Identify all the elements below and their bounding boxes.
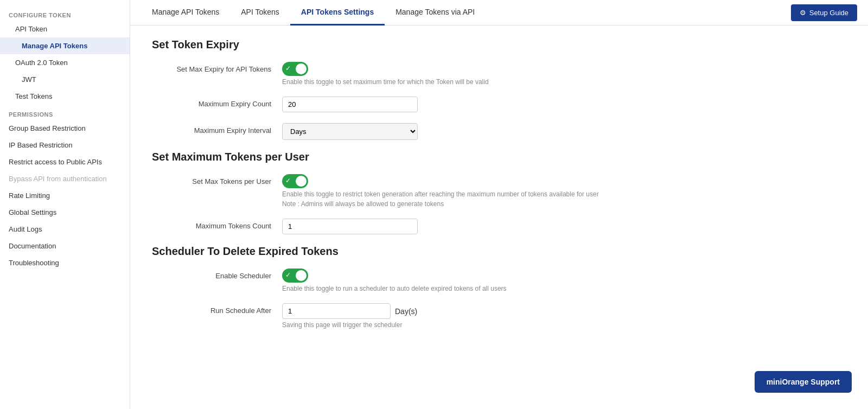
- tokens-count-row: Maximum Tokens Count: [152, 219, 846, 234]
- set-max-hint1: Enable this toggle to restrict token gen…: [282, 190, 846, 198]
- expiry-count-label: Maximum Expiry Count: [152, 97, 282, 108]
- tab-manage-api-tokens[interactable]: Manage API Tokens: [141, 0, 230, 25]
- set-max-toggle[interactable]: ✓: [282, 174, 308, 188]
- set-max-hint2: Note : Admins will always be allowed to …: [282, 200, 846, 208]
- expiry-interval-control: Days Hours Minutes: [282, 123, 846, 140]
- enable-scheduler-toggle-wrap: ✓: [282, 269, 846, 283]
- support-button[interactable]: miniOrange Support: [755, 371, 852, 393]
- run-schedule-label: Run Schedule After: [152, 303, 282, 315]
- main-area: Manage API Tokens API Tokens API Tokens …: [130, 0, 868, 409]
- expiry-count-row: Maximum Expiry Count: [152, 97, 846, 112]
- enable-scheduler-row: Enable Scheduler ✓ Enable this toggle to…: [152, 269, 846, 292]
- toggle-check-icon: ✓: [285, 271, 291, 279]
- run-schedule-hint: Saving this page will trigger the schedu…: [282, 321, 846, 329]
- enable-scheduler-toggle[interactable]: ✓: [282, 269, 308, 283]
- setup-guide-button[interactable]: ⚙ Setup Guide: [791, 4, 857, 21]
- sidebar-item-audit-logs[interactable]: Audit Logs: [0, 221, 130, 238]
- sidebar: CONFIGURE TOKEN API Token Manage API Tok…: [0, 0, 130, 409]
- max-expiry-control: ✓ Enable this toggle to set maximum time…: [282, 62, 846, 86]
- enable-scheduler-control: ✓ Enable this toggle to run a scheduler …: [282, 269, 846, 292]
- sidebar-item-troubleshooting[interactable]: Troubleshooting: [0, 254, 130, 271]
- token-expiry-title: Set Token Expiry: [152, 39, 846, 51]
- sidebar-item-api-token[interactable]: API Token: [0, 21, 130, 37]
- tokens-count-label: Maximum Tokens Count: [152, 219, 282, 230]
- expiry-interval-row: Maximum Expiry Interval Days Hours Minut…: [152, 123, 846, 140]
- set-max-label: Set Max Tokens per User: [152, 174, 282, 186]
- toggle-check-icon: ✓: [285, 177, 291, 184]
- max-expiry-toggle-row: Set Max Expiry for API Tokens ✓ Enable t…: [152, 62, 846, 86]
- configure-token-label: CONFIGURE TOKEN: [0, 5, 130, 21]
- toggle-check-icon: ✓: [285, 65, 291, 72]
- scheduler-title: Scheduler To Delete Expired Tokens: [152, 245, 846, 258]
- max-expiry-hint: Enable this toggle to set maximum time f…: [282, 78, 846, 86]
- tokens-count-input[interactable]: [282, 219, 418, 234]
- max-tokens-title: Set Maximum Tokens per User: [152, 151, 846, 163]
- expiry-count-control: [282, 97, 846, 112]
- run-schedule-input[interactable]: [282, 303, 391, 319]
- run-schedule-control: Day(s) Saving this page will trigger the…: [282, 303, 846, 329]
- run-schedule-row: Run Schedule After Day(s) Saving this pa…: [152, 303, 846, 329]
- sidebar-item-jwt[interactable]: JWT: [0, 71, 130, 88]
- tab-manage-via-api[interactable]: Manage Tokens via API: [385, 0, 486, 25]
- tabs-bar: Manage API Tokens API Tokens API Tokens …: [130, 0, 868, 25]
- sidebar-item-group-based[interactable]: Group Based Restriction: [0, 120, 130, 137]
- expiry-count-input[interactable]: [282, 97, 418, 112]
- sidebar-item-manage-api-tokens[interactable]: Manage API Tokens: [0, 37, 130, 54]
- max-expiry-toggle-wrap: ✓: [282, 62, 846, 76]
- sidebar-item-test-tokens[interactable]: Test Tokens: [0, 88, 130, 105]
- set-max-toggle-row: Set Max Tokens per User ✓ Enable this to…: [152, 174, 846, 208]
- run-schedule-input-wrap: Day(s): [282, 303, 846, 319]
- expiry-interval-select[interactable]: Days Hours Minutes: [282, 123, 418, 140]
- content-area: Set Token Expiry Set Max Expiry for API …: [130, 25, 868, 409]
- sidebar-item-documentation[interactable]: Documentation: [0, 238, 130, 254]
- tab-api-tokens[interactable]: API Tokens: [230, 0, 290, 25]
- tab-api-tokens-settings[interactable]: API Tokens Settings: [290, 0, 385, 25]
- expiry-interval-label: Maximum Expiry Interval: [152, 123, 282, 135]
- sidebar-item-ip-based[interactable]: IP Based Restriction: [0, 137, 130, 154]
- sidebar-item-rate-limiting[interactable]: Rate Limiting: [0, 187, 130, 204]
- run-schedule-unit: Day(s): [395, 307, 417, 316]
- enable-scheduler-label: Enable Scheduler: [152, 269, 282, 280]
- sidebar-item-global-settings[interactable]: Global Settings: [0, 204, 130, 221]
- gear-icon: ⚙: [800, 9, 806, 17]
- sidebar-item-bypass-auth: Bypass API from authentication: [0, 170, 130, 187]
- max-expiry-toggle[interactable]: ✓: [282, 62, 308, 76]
- set-max-control: ✓ Enable this toggle to restrict token g…: [282, 174, 846, 208]
- tokens-count-control: [282, 219, 846, 234]
- max-expiry-label: Set Max Expiry for API Tokens: [152, 62, 282, 73]
- sidebar-item-restrict-public[interactable]: Restrict access to Public APIs: [0, 154, 130, 170]
- set-max-toggle-wrap: ✓: [282, 174, 846, 188]
- enable-scheduler-hint: Enable this toggle to run a scheduler to…: [282, 285, 846, 292]
- permissions-label: PERMISSIONS: [0, 105, 130, 120]
- sidebar-item-oauth-token[interactable]: OAuth 2.0 Token: [0, 54, 130, 71]
